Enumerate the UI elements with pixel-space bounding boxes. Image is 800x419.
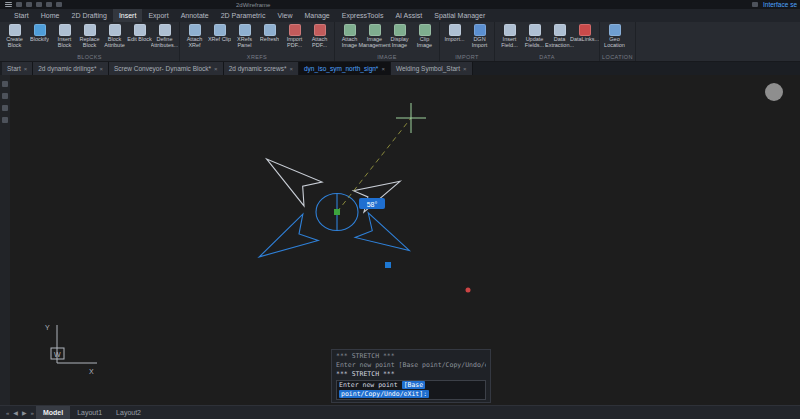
refresh-button[interactable]: Refresh — [257, 23, 282, 53]
menu-tab-home[interactable]: Home — [35, 9, 66, 22]
ribbon-group-import: Import...DGN ImportIMPORT — [440, 22, 495, 61]
menu-tab-ai-assist[interactable]: AI Assist — [389, 9, 428, 22]
orbit-sphere[interactable] — [765, 83, 783, 101]
doc-tab-screw-conveyor-dynamic-block[interactable]: Screw Conveyor- Dynamic Block*× — [109, 62, 224, 75]
command-line-window[interactable]: *** STRETCH ***Enter new point [Base poi… — [331, 349, 491, 403]
menubar: StartHome2D DraftingInsertExportAnnotate… — [0, 9, 800, 22]
xrefs-panel-button[interactable]: XRefs Panel — [232, 23, 257, 53]
update-fields-button[interactable]: Update Fields... — [522, 23, 547, 53]
undo-icon[interactable] — [46, 2, 52, 7]
close-tab-icon[interactable]: × — [381, 66, 385, 72]
panel-icon-2[interactable] — [2, 93, 8, 99]
menu-tab-spatial-manager[interactable]: Spatial Manager — [428, 9, 491, 22]
datalinks-button[interactable]: DataLinks... — [572, 23, 597, 53]
arrow-southwest[interactable] — [252, 214, 319, 270]
define-attributes-button[interactable]: Define Attributes... — [152, 23, 177, 53]
save-icon[interactable] — [36, 2, 42, 7]
command-options-chip[interactable]: point/Copy/Undo/eXit]: — [339, 390, 429, 398]
menu-tab-view[interactable]: View — [271, 9, 298, 22]
arrow-northwest[interactable] — [258, 147, 322, 206]
xrefs-panel-icon — [239, 24, 251, 36]
attach-image-icon — [344, 24, 356, 36]
viewport-style-label[interactable]: 2dWireframe — [236, 2, 270, 8]
edit-block-button[interactable]: Edit Block — [127, 23, 152, 53]
xref-clip-button[interactable]: XRef Clip — [207, 23, 232, 53]
open-icon[interactable] — [26, 2, 32, 7]
menu-tab-expresstools[interactable]: ExpressTools — [336, 9, 390, 22]
dynamic-input-tooltip: 58° — [359, 198, 385, 209]
interface-settings-link[interactable]: Interface se — [763, 1, 797, 8]
attach-xref-button[interactable]: Attach XRef — [182, 23, 207, 53]
import-button[interactable]: Import... — [442, 23, 467, 53]
doc-tab-start[interactable]: Start× — [2, 62, 33, 75]
last-tab-icon[interactable]: » — [29, 406, 36, 419]
doc-tab-2d-dynamic-screws[interactable]: 2d dynamic screws*× — [224, 62, 299, 75]
close-tab-icon[interactable]: × — [214, 66, 218, 72]
drawing-canvas[interactable]: 58° Y X W *** STRETCH ***Enter new point… — [0, 75, 800, 405]
menu-tab-insert[interactable]: Insert — [113, 9, 143, 22]
doc-tab-label: dyn_iso_sym_north_sign* — [304, 65, 378, 72]
ribbon-button-label: Define Attributes... — [151, 37, 179, 49]
insert-field-icon — [504, 24, 516, 36]
doc-tab-welding-symbol-start[interactable]: Welding Symbol_Start× — [391, 62, 473, 75]
close-tab-icon[interactable]: × — [289, 66, 293, 72]
xref-clip-icon — [214, 24, 226, 36]
import-pdf-button[interactable]: Import PDF... — [282, 23, 307, 53]
import-icon — [449, 24, 461, 36]
image-management-button[interactable]: Image Management — [362, 23, 387, 53]
replace-block-icon — [84, 24, 96, 36]
panel-icon-3[interactable] — [2, 105, 8, 111]
command-option-chip[interactable]: [Base — [402, 381, 426, 389]
import-pdf-icon — [289, 24, 301, 36]
close-tab-icon[interactable]: × — [24, 66, 28, 72]
hot-grip[interactable] — [334, 209, 340, 215]
geo-location-button[interactable]: Geo Location — [602, 23, 627, 53]
close-tab-icon[interactable]: × — [463, 66, 467, 72]
insert-field-button[interactable]: Insert Field... — [497, 23, 522, 53]
dgn-import-icon — [474, 24, 486, 36]
north-symbol-block[interactable] — [252, 147, 416, 270]
redo-icon[interactable] — [56, 2, 62, 7]
replace-block-button[interactable]: Replace Block — [77, 23, 102, 53]
close-tab-icon[interactable]: × — [99, 66, 103, 72]
attach-pdf-icon — [314, 24, 326, 36]
layout-tab-model[interactable]: Model — [36, 406, 70, 419]
doc-tab-dyn-iso-sym-north-sign[interactable]: dyn_iso_sym_north_sign*× — [299, 62, 391, 75]
block-attribute-manager-button[interactable]: Block Attribute Manager — [102, 23, 127, 53]
doc-tab-2d-dynamic-drilings[interactable]: 2d dynamic drilings*× — [33, 62, 109, 75]
dgn-import-button[interactable]: DGN Import — [467, 23, 492, 53]
panel-icon-1[interactable] — [2, 81, 8, 87]
ribbon-group-label: IMAGE — [337, 53, 437, 61]
geo-location-icon — [609, 24, 621, 36]
display-image-frame-button[interactable]: Display Image Frame — [387, 23, 412, 53]
first-tab-icon[interactable]: « — [4, 406, 11, 419]
menu-tab-annotate[interactable]: Annotate — [175, 9, 215, 22]
create-block-button[interactable]: Create Block — [2, 23, 27, 53]
data-extraction-button[interactable]: Data Extraction... — [547, 23, 572, 53]
layout-tab-layout2[interactable]: Layout2 — [109, 406, 148, 419]
layout-tab-layout1[interactable]: Layout1 — [70, 406, 109, 419]
clip-image-button[interactable]: Clip Image — [412, 23, 437, 53]
point-entity[interactable] — [466, 288, 471, 293]
menu-tab-2d-parametric[interactable]: 2D Parametric — [215, 9, 272, 22]
menu-tab-manage[interactable]: Manage — [298, 9, 335, 22]
menu-tab-start[interactable]: Start — [8, 9, 35, 22]
panel-icon-4[interactable] — [2, 117, 8, 123]
settings-icon[interactable] — [752, 2, 758, 7]
cold-grip[interactable] — [385, 262, 391, 268]
arrow-southeast[interactable] — [355, 213, 416, 263]
new-drawing-icon[interactable] — [16, 2, 22, 7]
doc-tab-label: Screw Conveyor- Dynamic Block* — [114, 65, 211, 72]
ribbon-button-label: Import... — [444, 37, 464, 49]
app-menu-icon[interactable] — [5, 2, 12, 7]
menu-tab-2d-drafting[interactable]: 2D Drafting — [65, 9, 112, 22]
next-tab-icon[interactable]: ▶ — [20, 406, 29, 419]
insert-block-icon — [59, 24, 71, 36]
insert-block-button[interactable]: Insert Block — [52, 23, 77, 53]
ribbon-button-label: Insert Block — [52, 37, 77, 49]
blockify-button[interactable]: Blockify — [27, 23, 52, 53]
attach-pdf-button[interactable]: Attach PDF... — [307, 23, 332, 53]
menu-tab-export[interactable]: Export — [142, 9, 174, 22]
prev-tab-icon[interactable]: ◀ — [11, 406, 20, 419]
command-input[interactable]: Enter new point [Base point/Copy/Undo/eX… — [336, 380, 486, 400]
